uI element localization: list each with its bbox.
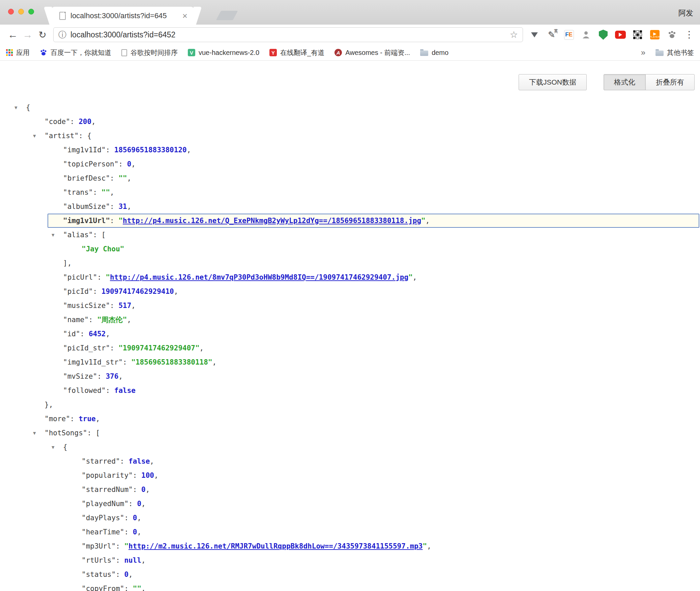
collapse-toggle-icon[interactable]: ▼ [52, 440, 54, 454]
json-url-link[interactable]: http://m2.music.126.net/RMJR7wDullRqppBk… [128, 542, 422, 550]
collapse-toggle-icon[interactable]: ▼ [14, 100, 17, 115]
json-line-content: "id": 6452, [63, 327, 110, 341]
forward-icon[interactable]: → [20, 29, 35, 40]
back-icon[interactable]: ← [5, 29, 20, 40]
json-token: , [154, 471, 158, 479]
reload-icon[interactable]: ↻ [35, 29, 50, 40]
bookmark-awesomes[interactable]: A Awesomes - 前端资... [334, 48, 410, 57]
baidu-paw-icon [40, 49, 47, 56]
bookmark-label: 在线翻译_有道 [280, 48, 324, 57]
player-extension-icon[interactable]: ▶ PLAYER [649, 29, 660, 40]
collapse-toggle-icon[interactable]: ▼ [33, 129, 36, 143]
json-token: , [187, 146, 191, 154]
bookmark-star-icon[interactable]: ☆ [510, 29, 518, 40]
json-token: "img1v1Url" [63, 215, 110, 227]
person-extension-icon[interactable] [581, 29, 591, 40]
json-token: "trans" [63, 188, 93, 196]
traffic-lights [8, 9, 34, 14]
json-token: , [110, 188, 114, 196]
json-line: "musicSize": 517, [0, 299, 700, 313]
json-line: "more": true, [0, 412, 700, 426]
site-info-icon[interactable]: ⓘ [58, 29, 66, 40]
json-token: : [116, 556, 124, 564]
bookmarks-overflow-icon[interactable]: » [641, 48, 645, 57]
triangle-icon [531, 32, 538, 37]
v-extension-icon[interactable] [529, 29, 540, 40]
bookmark-baidu[interactable]: 百度一下，你就知道 [40, 48, 111, 57]
json-token: " [422, 542, 427, 550]
json-token: "status" [82, 570, 116, 579]
json-token: "topicPerson" [63, 160, 118, 168]
collapse-all-button[interactable]: 折叠所有 [645, 74, 695, 90]
json-line-content: "picUrl": "http://p4.music.126.net/8mv7q… [63, 270, 417, 284]
json-token: : [133, 471, 141, 479]
shield-extension-icon[interactable] [598, 29, 609, 40]
bookmark-google-sort[interactable]: 谷歌按时间排序 [121, 48, 178, 57]
json-token: , [141, 585, 146, 591]
awesomes-icon: A [334, 49, 342, 56]
json-token: : [93, 287, 101, 296]
json-line: "popularity": 100, [0, 468, 700, 483]
json-token: " [106, 273, 110, 281]
tab-close-icon[interactable]: × [182, 11, 187, 20]
bookmark-label: 百度一下，你就知道 [51, 48, 111, 57]
collapse-toggle-icon[interactable]: ▼ [52, 228, 54, 242]
json-line: ▼{ [0, 100, 700, 115]
json-line-content: "picId": 19097417462929410, [63, 284, 178, 299]
bookmark-label: 应用 [16, 48, 30, 57]
new-tab-button[interactable] [216, 11, 238, 20]
browser-tab[interactable]: localhost:3000/artists?id=645 × [51, 7, 194, 25]
bookmarks-bar: 应用 百度一下，你就知道 谷歌按时间排序 V vue-hackernews-2.… [0, 45, 700, 61]
json-line-content: "alias": [ [63, 228, 106, 242]
address-bar[interactable]: ⓘ localhost:3000/artists?id=6452 ☆ [53, 27, 523, 42]
json-token: 0 [133, 528, 137, 536]
format-button[interactable]: 格式化 [604, 74, 646, 90]
json-token: "followed" [63, 386, 106, 395]
json-line-content: "hotSongs": [ [45, 426, 100, 440]
json-toolbar: 下载JSON数据 格式化 折叠所有 [0, 74, 700, 90]
json-line: "rtUrls": null, [0, 553, 700, 567]
zoom-window-button[interactable] [28, 9, 34, 14]
json-line-content: "albumSize": 31, [63, 199, 131, 214]
bookmark-apps[interactable]: 应用 [6, 48, 30, 57]
profile-name[interactable]: 阿发 [678, 8, 693, 18]
json-line-content: ], [63, 256, 71, 270]
json-line-content: "more": true, [45, 412, 100, 426]
fe-extension-icon[interactable]: FE [563, 29, 574, 40]
other-bookmarks[interactable]: 其他书签 [655, 48, 694, 57]
paw-extension-icon[interactable] [667, 29, 677, 40]
bookmark-label: demo [432, 49, 448, 57]
browser-menu-icon[interactable]: ⋮ [684, 29, 695, 40]
json-token: false [114, 386, 136, 395]
youtube-extension-icon[interactable] [615, 29, 626, 40]
json-token: : [110, 344, 118, 352]
json-token: : [93, 188, 101, 196]
json-token: "alias" [63, 231, 93, 239]
youdao-dict-icon[interactable]: ✎ 英 [546, 29, 557, 40]
json-token: { [87, 132, 91, 140]
json-token: 6452 [89, 330, 106, 338]
minimize-window-button[interactable] [18, 9, 24, 14]
json-url-link[interactable]: http://p4.music.126.net/8mv7qP30Pd3oHW8b… [110, 273, 408, 281]
bookmark-vue-hackernews[interactable]: V vue-hackernews-2.0 [188, 49, 259, 57]
bookmark-demo[interactable]: demo [420, 49, 448, 57]
page-content: 下载JSON数据 格式化 折叠所有 ▼{"code": 200,▼"artist… [0, 61, 700, 591]
json-token: { [63, 443, 67, 451]
json-line-content: "status": 0, [82, 567, 133, 582]
json-token: "18569651883380118" [131, 358, 212, 366]
json-token: : [110, 174, 118, 182]
url-input[interactable]: localhost:3000/artists?id=6452 [70, 30, 510, 39]
json-token: : [93, 231, 101, 239]
json-token: , [106, 330, 110, 338]
bookmark-youdao-translate[interactable]: Y 在线翻译_有道 [269, 48, 324, 57]
close-window-button[interactable] [8, 9, 14, 14]
download-json-button[interactable]: 下载JSON数据 [519, 74, 587, 90]
collapse-toggle-icon[interactable]: ▼ [33, 426, 36, 440]
json-token: , [137, 528, 141, 536]
qr-extension-icon[interactable] [632, 29, 643, 40]
json-line-content: { [63, 440, 67, 454]
json-line: "mp3Url": "http://m2.music.126.net/RMJR7… [0, 539, 700, 553]
json-line: "hearTime": 0, [0, 525, 700, 539]
json-url-link[interactable]: http://p4.music.126.net/Q_ExePNkmgB2yWyL… [123, 215, 421, 227]
qr-code-icon [633, 30, 642, 39]
